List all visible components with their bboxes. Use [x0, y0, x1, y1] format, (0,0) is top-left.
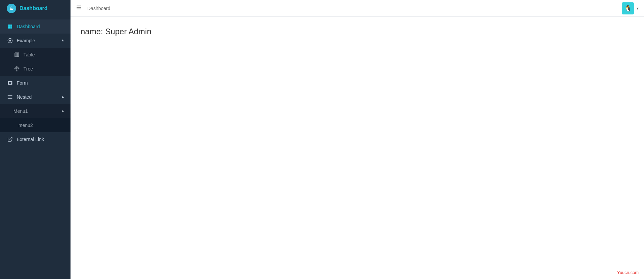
breadcrumb: Dashboard — [87, 6, 110, 11]
sidebar-item-external-link[interactable]: External Link — [0, 132, 71, 146]
svg-rect-9 — [16, 68, 17, 69]
svg-rect-10 — [18, 68, 19, 69]
sidebar-item-tree-label: Tree — [24, 66, 64, 72]
sidebar-item-form-label: Form — [17, 80, 64, 86]
svg-rect-20 — [8, 98, 13, 99]
sidebar-item-dashboard-label: Dashboard — [17, 24, 64, 29]
sidebar-item-table[interactable]: Table — [0, 48, 71, 62]
nested-submenu: Menu1 ▾ menu2 — [0, 104, 71, 132]
sidebar-item-nested[interactable]: Nested ▾ — [0, 90, 71, 104]
svg-rect-11 — [16, 71, 17, 72]
sidebar-item-menu2-label: menu2 — [18, 123, 64, 128]
header-right: 🐧 ▾ — [622, 2, 639, 14]
svg-rect-18 — [8, 95, 13, 96]
example-submenu: Table — [0, 48, 71, 76]
svg-point-1 — [9, 40, 11, 41]
example-icon — [7, 38, 13, 43]
menu1-submenu: menu2 — [0, 118, 71, 132]
dashboard-icon — [7, 24, 13, 29]
sidebar-item-menu1-label: Menu1 — [13, 108, 62, 114]
sidebar-item-example[interactable]: Example ▾ — [0, 34, 71, 48]
header: Dashboard 🐧 ▾ — [71, 0, 644, 17]
header-left: Dashboard — [76, 4, 110, 12]
tree-icon — [13, 66, 20, 72]
avatar: 🐧 — [622, 2, 634, 14]
hamburger-icon[interactable] — [76, 4, 82, 12]
menu1-arrow-icon: ▾ — [62, 109, 64, 113]
watermark: Yuucn.com — [617, 270, 639, 275]
sidebar: ☯ Dashboard Dashboard Example ▾ — [0, 0, 71, 279]
sidebar-menu: Dashboard Example ▾ — [0, 17, 71, 279]
table-icon — [13, 52, 20, 57]
nested-icon — [7, 94, 13, 100]
user-dropdown-arrow-icon[interactable]: ▾ — [637, 6, 639, 11]
page-content: name: Super Admin — [81, 27, 634, 36]
main-wrapper: Dashboard 🐧 ▾ name: Super Admin — [71, 0, 644, 279]
logo-icon: ☯ — [7, 4, 16, 13]
sidebar-item-dashboard[interactable]: Dashboard — [0, 19, 71, 34]
sidebar-item-menu2[interactable]: menu2 — [0, 118, 71, 132]
external-link-icon — [7, 137, 13, 142]
sidebar-item-tree[interactable]: Tree — [0, 62, 71, 76]
nested-arrow-icon: ▾ — [62, 95, 64, 99]
sidebar-item-table-label: Table — [24, 52, 64, 57]
sidebar-item-menu1[interactable]: Menu1 ▾ — [0, 104, 71, 118]
sidebar-item-nested-label: Nested — [17, 94, 62, 100]
svg-rect-8 — [14, 68, 16, 69]
form-icon — [7, 80, 13, 86]
sidebar-item-form[interactable]: Form — [0, 76, 71, 90]
sidebar-logo[interactable]: ☯ Dashboard — [0, 0, 71, 17]
main-content: name: Super Admin — [71, 17, 644, 279]
avatar-button[interactable]: 🐧 — [622, 2, 634, 14]
example-arrow-icon: ▾ — [62, 38, 64, 43]
logo-text: Dashboard — [19, 5, 48, 11]
logo-icon-symbol: ☯ — [9, 6, 14, 11]
sidebar-item-external-link-label: External Link — [17, 137, 64, 142]
sidebar-item-example-label: Example — [17, 38, 62, 43]
svg-rect-7 — [16, 66, 17, 67]
svg-line-21 — [10, 137, 12, 140]
svg-rect-19 — [8, 97, 13, 97]
